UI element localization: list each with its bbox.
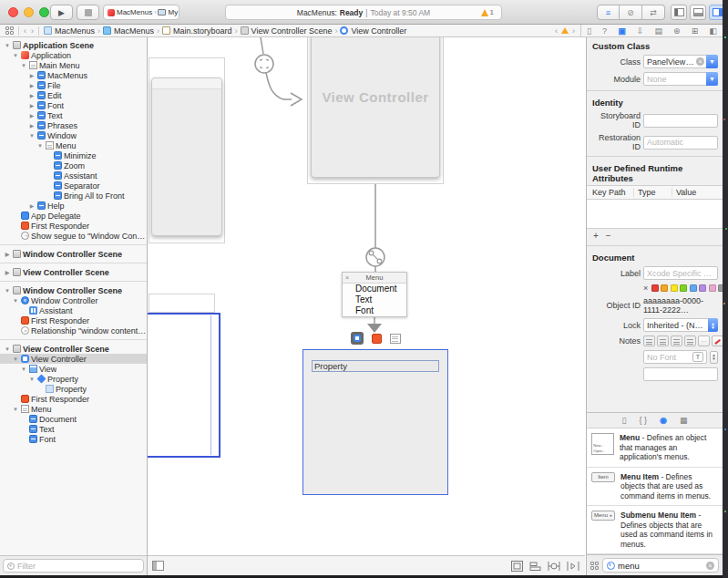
outline-row[interactable]: First Responder (0, 315, 147, 325)
color-swatch[interactable] (680, 284, 687, 292)
property-text-field[interactable]: Property (312, 360, 439, 372)
outline-row[interactable]: ▶View Controller Scene (0, 267, 147, 277)
outline-row[interactable]: Relationship "window content" to "… (0, 325, 147, 335)
previous-issue-button[interactable]: ‹ (555, 26, 558, 36)
outline-row[interactable]: Assistant (0, 170, 147, 181)
color-swatch[interactable] (699, 284, 706, 292)
outline-row[interactable]: ▶Edit (0, 90, 147, 100)
hide-document-outline-button[interactable] (152, 561, 164, 571)
clear-icon[interactable]: × (696, 57, 704, 66)
outline-row[interactable]: ▼View Controller Scene (0, 344, 147, 354)
selected-view[interactable]: Property (302, 349, 448, 495)
outline-filter-input[interactable]: Filter (3, 559, 144, 573)
embed-in-stack-button[interactable] (511, 561, 523, 572)
color-swatch[interactable] (671, 284, 678, 292)
notes-text-field[interactable] (643, 367, 718, 381)
next-issue-button[interactable]: › (572, 26, 575, 36)
color-swatch[interactable] (690, 284, 697, 292)
run-button[interactable]: ▶ (50, 5, 73, 20)
outline-row[interactable]: ▼Menu (0, 404, 147, 414)
view-controller-dock-icon[interactable] (351, 332, 364, 345)
restoration-id-field[interactable]: Automatic (643, 136, 718, 150)
add-attribute-button[interactable]: + (593, 231, 599, 241)
outline-row[interactable]: ▼Application (0, 50, 147, 60)
library-grid-view-icon[interactable] (590, 562, 599, 570)
breadcrumb-item[interactable]: MacMenus (44, 26, 95, 36)
minimize-window-button[interactable] (24, 7, 34, 17)
outline-row[interactable]: Minimize (0, 150, 147, 160)
class-combo-box[interactable]: PanelViewController × ▼ (643, 55, 718, 68)
breadcrumb-item[interactable]: View Controller Scene (241, 26, 333, 36)
outline-row[interactable]: ▶Text (0, 110, 147, 120)
outline-row[interactable]: ▶Font (0, 100, 147, 110)
scene-box-partial[interactable] (149, 294, 215, 313)
menu-item[interactable]: Document (343, 284, 406, 294)
scheme-selector[interactable]: MacMenus › My Mac (103, 5, 179, 20)
outline-row[interactable]: Text (0, 424, 147, 434)
first-responder-dock-icon[interactable] (372, 334, 382, 344)
code-snippet-library-tab[interactable]: { } (640, 416, 648, 425)
chevron-down-icon[interactable]: ▼ (706, 72, 718, 86)
standard-editor-button[interactable]: ≡ (597, 5, 620, 20)
menu-dock-icon[interactable] (390, 334, 401, 344)
back-button[interactable]: ‹ (24, 26, 26, 36)
outline-row[interactable]: Font (0, 434, 147, 444)
align-button[interactable] (529, 561, 541, 572)
outline-row[interactable]: ▼Main Menu (0, 60, 147, 70)
module-dropdown[interactable]: None ▼ (643, 72, 718, 86)
issue-warning-icon[interactable] (561, 27, 569, 34)
selected-window[interactable] (148, 313, 220, 458)
outline-row[interactable]: First Responder (0, 394, 147, 404)
outline-row[interactable]: Show segue to "Window Controller" (0, 231, 147, 241)
toggle-navigator-button[interactable] (671, 5, 687, 20)
breadcrumb-item[interactable]: View Controller (340, 26, 406, 36)
forward-button[interactable]: › (31, 26, 34, 36)
attributes-inspector-tab[interactable]: ⇩ (637, 26, 644, 36)
outline-row[interactable]: First Responder (0, 221, 147, 231)
connections-inspector-tab[interactable]: ⊛ (673, 26, 681, 36)
resolve-auto-layout-button[interactable] (567, 561, 579, 572)
version-editor-button[interactable]: ⇄ (642, 5, 665, 20)
zoom-window-button[interactable] (39, 7, 49, 17)
text-color-button[interactable] (712, 335, 723, 346)
up-down-arrows-icon[interactable]: ▲▼ (708, 318, 718, 332)
view-effects-inspector-tab[interactable]: ◧ (709, 26, 717, 36)
lock-dropdown[interactable]: Inherited - (Nothing) ▲▼ (643, 318, 718, 332)
window-controller-window[interactable] (151, 77, 222, 236)
quick-help-tab[interactable]: ? (602, 26, 607, 36)
outline-row[interactable]: ▶Window Controller Scene (0, 249, 147, 259)
close-icon[interactable]: × (345, 273, 349, 284)
file-template-library-tab[interactable]: ▯ (622, 416, 627, 425)
storyboard-canvas[interactable]: View Controller (148, 37, 585, 575)
outline-row[interactable]: Bring All to Front (0, 191, 147, 201)
outline-row[interactable]: ▼View (0, 364, 147, 374)
outline-row[interactable]: ▶MacMenus (0, 70, 147, 80)
color-swatch[interactable] (661, 284, 668, 292)
color-swatch[interactable] (709, 284, 716, 292)
outline-row[interactable]: Property (0, 384, 147, 394)
close-window-button[interactable] (8, 7, 18, 17)
media-library-tab[interactable]: ▦ (680, 416, 688, 425)
detached-menu[interactable]: × Menu DocumentTextFont (342, 272, 407, 317)
toggle-debug-area-button[interactable] (690, 5, 706, 20)
outline-row[interactable]: ▼Window Controller Scene (0, 285, 147, 295)
library-item[interactable]: ItemMenu Item - Defines objects that are… (587, 468, 723, 507)
view-controller-view[interactable]: View Controller (311, 37, 440, 178)
recent-searches-icon[interactable] (607, 562, 615, 570)
identity-inspector-tab[interactable]: ▣ (618, 26, 626, 36)
outline-row[interactable]: Document (0, 414, 147, 424)
outline-row[interactable]: ▼Menu (0, 140, 147, 150)
library-item[interactable]: New...Open...CloseSaveMenu - Defines an … (587, 428, 723, 468)
outline-row[interactable]: ▼Application Scene (0, 40, 147, 50)
outline-row[interactable]: ▼Window Controller (0, 295, 147, 305)
window-controller-scene-box[interactable] (149, 57, 225, 243)
outline-row[interactable]: ▼Property (0, 374, 147, 384)
outline-row[interactable]: ▼View Controller (0, 354, 147, 364)
breadcrumb-item[interactable]: Main.storyboard (162, 26, 232, 36)
view-controller-scene-box[interactable]: View Controller (307, 37, 444, 184)
align-center-button[interactable] (657, 335, 669, 346)
assistant-editor-button[interactable]: ⊘ (620, 5, 642, 20)
document-label-field[interactable]: Xcode Specific Label (643, 266, 718, 280)
size-inspector-tab[interactable]: ▤ (654, 26, 662, 36)
outline-row[interactable]: ▶File (0, 80, 147, 90)
